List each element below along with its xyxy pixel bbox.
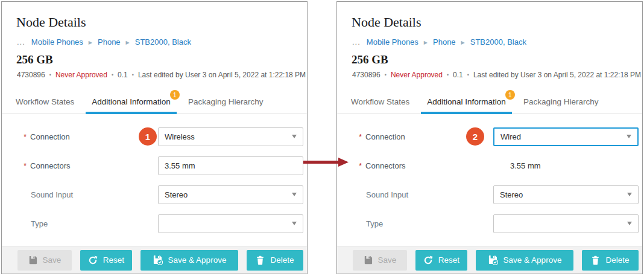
floppy-disk-icon [28,255,37,265]
floppy-disk-check-icon [153,255,163,265]
right-arrow-icon [303,157,350,167]
connectors-readonly-value: 3.55 mm [510,161,541,170]
tab-bar: Workflow States Additional Information 1… [337,89,642,114]
form-row-type: Type [2,214,307,233]
callout-marker-1: 1 [139,127,157,146]
node-title: 256 GB [16,53,53,66]
chevron-down-icon [292,135,297,138]
callout-marker-2: 2 [466,127,484,146]
chevron-down-icon [627,222,632,225]
triangle-right-icon: ▶ [461,39,465,45]
breadcrumb-ellipsis[interactable]: ... [17,37,25,47]
required-asterisk: * [359,161,362,170]
action-bar: Save Reset Save & Approve [2,246,307,274]
page-title: Node Details [352,14,421,30]
breadcrumb-link-stb2000[interactable]: STB2000, Black [135,37,191,47]
floppy-disk-check-icon [488,255,498,265]
breadcrumb: ... Mobile Phones ▶ Phone ▶ STB2000, Bla… [352,37,526,47]
chevron-down-icon [627,135,631,138]
floppy-disk-icon [364,255,373,265]
chevron-down-icon [292,193,297,196]
node-details-panel-before: Node Details ... Mobile Phones ▶ Phone ▶… [1,1,308,274]
node-title: 256 GB [352,53,388,66]
sound-input-label: Sound Input [359,190,408,199]
breadcrumb-link-phone[interactable]: Phone [98,37,121,47]
connection-label: * Connection [24,132,70,141]
save-approve-button[interactable]: Save & Approve [476,250,573,271]
trash-icon [591,255,600,265]
form-row-connectors: * Connectors [2,156,307,175]
chevron-down-icon [627,193,632,196]
type-label: Type [359,219,383,228]
meta-separator: • [385,72,387,78]
meta-separator: • [467,72,469,78]
triangle-right-icon: ▶ [126,39,130,45]
version-number: 0.1 [118,71,128,79]
refresh-icon [88,255,98,265]
refresh-icon [423,255,433,265]
type-select[interactable] [158,214,303,233]
form-row-sound-input: Sound Input Stereo [337,185,642,204]
breadcrumb-link-mobile-phones[interactable]: Mobile Phones [31,37,83,47]
meta-separator: • [447,72,449,78]
meta-separator: • [132,72,134,78]
reset-button[interactable]: Reset [415,250,467,271]
delete-button[interactable]: Delete [582,250,639,271]
connectors-input[interactable] [158,156,303,175]
additional-information-form: * Connection 1 Wireless * Connectors Sou… [2,114,307,246]
tab-badge: 1 [170,90,180,100]
connection-label: * Connection [359,132,405,141]
connectors-label: * Connectors [24,161,71,170]
additional-information-form: * Connection 2 Wired * Connectors 3.55 m… [337,114,642,246]
meta-separator: • [112,72,113,78]
tab-packaging-hierarchy[interactable]: Packaging Hierarchy [517,89,605,114]
form-row-type: Type [337,214,642,233]
connection-select[interactable]: Wireless [158,127,303,146]
chevron-down-icon [292,222,297,225]
last-edited-text: Last edited by User 3 on April 5, 2022 a… [138,71,307,79]
approval-status: Never Approved [391,71,443,79]
form-row-sound-input: Sound Input Stereo [2,185,307,204]
trash-icon [256,255,265,265]
form-row-connection: * Connection 2 Wired [337,127,642,146]
type-label: Type [24,219,48,228]
breadcrumb-link-mobile-phones[interactable]: Mobile Phones [367,37,418,47]
connectors-label: * Connectors [359,161,406,170]
tab-workflow-states[interactable]: Workflow States [345,89,415,114]
delete-button[interactable]: Delete [247,250,303,271]
breadcrumb-link-stb2000[interactable]: STB2000, Black [470,37,526,47]
required-asterisk: * [24,161,27,170]
tab-packaging-hierarchy[interactable]: Packaging Hierarchy [182,89,270,114]
node-meta: 4730896 • Never Approved • 0.1 • Last ed… [352,71,642,79]
last-edited-text: Last edited by User 3 on April 5, 2022 a… [473,71,642,79]
sound-input-select[interactable]: Stereo [493,185,639,204]
connection-select[interactable]: Wired [493,127,639,146]
required-asterisk: * [24,132,27,141]
version-number: 0.1 [453,71,463,79]
meta-separator: • [49,72,51,78]
save-approve-button[interactable]: Save & Approve [140,250,238,271]
breadcrumb-link-phone[interactable]: Phone [433,37,456,47]
form-row-connection: * Connection 1 Wireless [2,127,307,146]
reset-button[interactable]: Reset [80,250,132,271]
form-row-connectors: * Connectors 3.55 mm [337,156,642,175]
breadcrumb-ellipsis[interactable]: ... [352,37,361,47]
node-id: 4730896 [17,71,45,79]
triangle-right-icon: ▶ [89,39,92,45]
tab-badge: 1 [505,90,515,100]
triangle-right-icon: ▶ [424,39,428,45]
type-select[interactable] [493,214,639,233]
tab-additional-information[interactable]: Additional Information 1 [86,89,177,114]
sound-input-select[interactable]: Stereo [158,185,303,204]
tab-workflow-states[interactable]: Workflow States [10,89,80,114]
sound-input-label: Sound Input [24,190,73,199]
save-button[interactable]: Save [353,250,407,271]
tab-additional-information[interactable]: Additional Information 1 [421,89,512,114]
node-details-panel-after: Node Details ... Mobile Phones ▶ Phone ▶… [336,1,643,274]
node-meta: 4730896 • Never Approved • 0.1 • Last ed… [17,71,307,79]
page-title: Node Details [16,14,86,30]
save-button[interactable]: Save [17,250,72,271]
breadcrumb: ... Mobile Phones ▶ Phone ▶ STB2000, Bla… [17,37,191,47]
required-asterisk: * [359,132,362,141]
node-id: 4730896 [352,71,380,79]
